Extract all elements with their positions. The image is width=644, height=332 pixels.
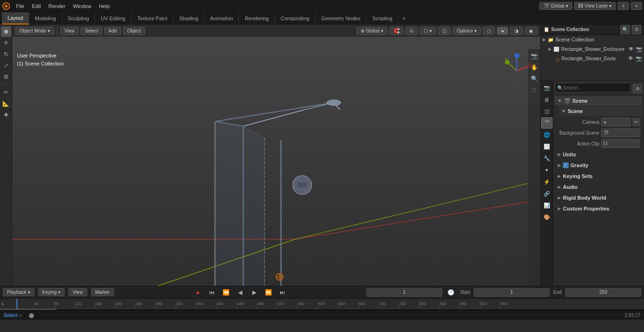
overlay-btn[interactable]: ⬡ ▾ [420,27,436,35]
tab-geometry-nodes[interactable]: Geometry Nodes [315,12,366,24]
props-particles-icon[interactable]: ✦ [541,164,553,176]
tab-sculpting[interactable]: Sculpting [62,12,95,24]
scale-tool[interactable]: ⤢ [1,60,11,71]
add-object-tool[interactable]: ✚ [1,110,11,120]
outliner-filter-btn[interactable]: 🔍 [620,25,630,34]
tab-scripting[interactable]: Scripting [366,12,398,24]
scene-section-header[interactable]: ▼ 🎬 Scene [555,96,642,105]
material-shading[interactable]: ◑ [510,27,523,35]
background-scene-value[interactable]: 🎬 [601,129,640,137]
current-frame-input[interactable]: 1 [366,288,442,297]
tab-shading[interactable]: Shading [173,12,204,24]
props-modifiers-icon[interactable]: 🔧 [541,153,553,164]
wireframe-shading[interactable]: ◻ [483,27,495,35]
props-object-icon[interactable]: ⬜ [541,141,553,152]
menu-render[interactable]: Render [45,0,69,12]
audio-section[interactable]: ▶ Audio [555,182,642,192]
measure-tool[interactable]: 📐 [1,98,11,109]
props-filter-btn[interactable]: ⚙ [633,84,642,93]
scene-selector[interactable]: 🎬 Global ▾ [539,2,572,10]
move-tool[interactable]: ✛ [1,38,11,48]
props-render-icon[interactable]: 📷 [541,82,553,93]
tab-animation[interactable]: Animation [205,12,239,24]
outliner-item-1[interactable]: △ Rectangle_Shower_Enclo 👁 📷 [541,54,644,63]
menu-file[interactable]: File [12,0,28,12]
rotate-tool[interactable]: ↻ [1,49,11,59]
jump-start-btn[interactable]: ⏮ [206,287,217,298]
viewport-canvas[interactable]: User Perspective (1) Scene Collection X … [12,37,540,286]
gravity-section[interactable]: ▶ ✓ Gravity [555,160,642,170]
new-view-layer-btn[interactable]: + [631,2,642,10]
tab-compositing[interactable]: Compositing [275,12,315,24]
camera-viewport-btn[interactable]: 📷 [529,51,539,61]
camera-edit-btn[interactable]: ✏ [633,118,640,126]
props-search-bar[interactable]: 🔍 [555,83,631,92]
tab-uv-editing[interactable]: UV Editing [95,12,132,24]
keying-sets-section[interactable]: ▶ Keying Sets [555,171,642,181]
play-back-btn[interactable]: ◀ [235,287,245,298]
cursor-tool[interactable]: ⊕ [1,26,11,37]
jump-end-btn[interactable]: ⏭ [277,287,288,298]
active-clip-value[interactable]: 🎞 [601,139,640,148]
units-section[interactable]: ▶ Units [555,149,642,160]
transform-selector[interactable]: ⊕ Global ▾ [356,27,388,35]
local-view-btn[interactable]: □ [529,85,539,95]
view-layer-selector[interactable]: 🎞 View Layer ▾ [574,2,616,10]
custom-props-section[interactable]: ▶ Custom Properties [555,203,642,214]
view-btn[interactable]: View [68,288,87,296]
outliner-item-0[interactable]: ▶ ⬜ Rectangle_Shower_Enclosure 👁 📷 ⚙ [541,44,644,54]
camera-value[interactable]: ■ [601,118,631,126]
snap-btn[interactable]: 🧲 [389,27,404,35]
playback-btn[interactable]: Playback ▾ [3,288,34,296]
select-menu[interactable]: Select [81,27,102,35]
mode-selector[interactable]: Object Mode ▾ [15,27,54,35]
start-frame-input[interactable]: 1 [474,288,550,297]
item0-cam[interactable]: 📷 [636,46,643,52]
step-back-btn[interactable]: ⏪ [221,287,231,298]
xray-btn[interactable]: ◫ [438,27,451,35]
zoom-btn[interactable]: 🔍 [529,73,539,84]
end-frame-input[interactable]: 250 [565,288,641,297]
props-scene-icon[interactable]: 🎬 [541,117,553,129]
menu-help[interactable]: Help [95,0,114,12]
transform-tool[interactable]: ⊞ [1,72,11,82]
props-output-icon[interactable]: 🖨 [541,94,553,105]
outliner-funnel-btn[interactable]: ⚙ [632,25,641,34]
proportional-edit-btn[interactable]: ⊙ [405,27,418,35]
add-workspace-btn[interactable]: + [398,15,410,22]
solid-shading[interactable]: ● [497,27,508,35]
tab-layout[interactable]: Layout [2,12,29,24]
rigid-body-section[interactable]: ▶ Rigid Body World [555,193,642,203]
viewport-3d[interactable]: Object Mode ▾ View Select Add Object ⊕ G… [12,24,540,286]
item0-eye[interactable]: 👁 [628,46,634,52]
item1-eye[interactable]: 👁 [628,55,634,62]
tab-rendering[interactable]: Rendering [239,12,275,24]
gravity-checkbox[interactable]: ✓ [563,162,569,168]
object-menu[interactable]: Object [123,27,145,35]
item1-cam[interactable]: 📷 [636,56,642,62]
menu-edit[interactable]: Edit [28,0,45,12]
tab-texture-paint[interactable]: Texture Paint [132,12,173,24]
props-world-icon[interactable]: 🌐 [541,129,553,140]
timeline-ruler[interactable]: 1 40 80 120 160 200 240 280 320 360 400 … [0,299,644,310]
props-constraints-icon[interactable]: 🔗 [541,188,553,199]
step-fwd-btn[interactable]: ⏩ [263,287,273,298]
view-menu[interactable]: View [60,27,79,35]
props-data-icon[interactable]: 📊 [541,200,553,211]
new-scene-btn[interactable]: + [618,2,629,10]
props-search-input[interactable] [563,85,628,90]
rendered-shading[interactable]: ◉ [525,27,537,35]
menu-window[interactable]: Window [69,0,95,12]
options-btn[interactable]: Options ▾ [453,27,481,35]
add-menu[interactable]: Add [104,27,121,35]
annotate-tool[interactable]: ✏ [1,87,11,97]
outliner-scene-collection[interactable]: ▶ 📁 Scene Collection [541,35,644,44]
pan-btn[interactable]: ✋ [529,62,539,73]
keying-btn[interactable]: Keying ▾ [38,288,65,296]
record-btn[interactable]: ● [192,287,203,298]
tab-modeling[interactable]: Modeling [29,12,62,24]
marker-btn[interactable]: Marker [91,288,114,296]
scene-sub-header[interactable]: ▼ Scene [559,106,642,116]
props-material-icon[interactable]: 🎨 [541,211,553,223]
props-view-layer-icon[interactable]: ◫ [541,105,553,117]
